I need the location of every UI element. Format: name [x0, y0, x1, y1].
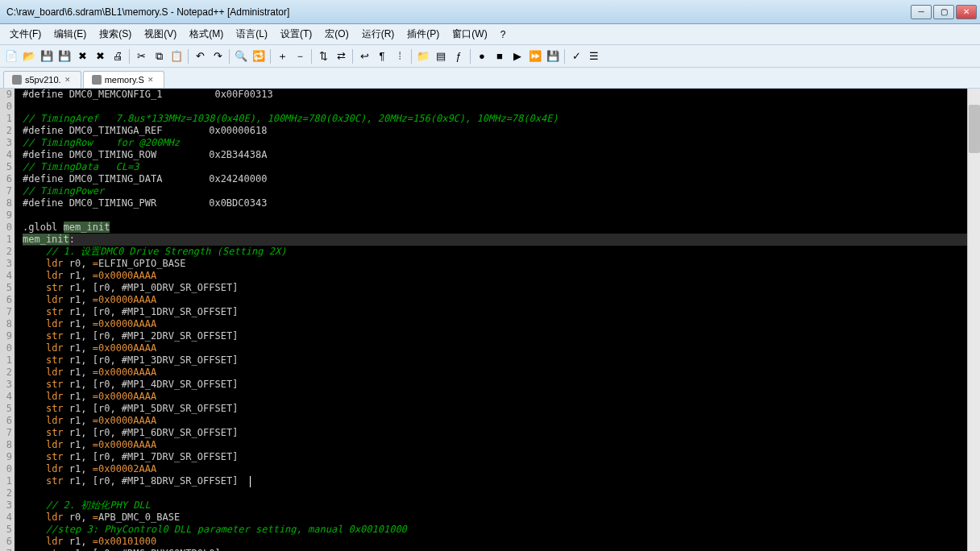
close-icon[interactable]: ✖ [74, 48, 90, 64]
sync-h-icon[interactable]: ⇄ [333, 48, 349, 64]
find-icon[interactable]: 🔍 [233, 48, 249, 64]
doc-map-icon[interactable]: ▤ [433, 48, 449, 64]
save-macro-icon[interactable]: 💾 [545, 48, 561, 64]
menu-run[interactable]: 运行(R) [355, 25, 401, 44]
play-icon[interactable]: ▶ [509, 48, 525, 64]
menu-language[interactable]: 语言(L) [230, 25, 274, 44]
toolbar-separator [311, 49, 312, 64]
stop-icon[interactable]: ■ [492, 48, 508, 64]
vertical-scrollbar[interactable] [967, 89, 980, 551]
copy-icon[interactable]: ⧉ [151, 48, 167, 64]
tab-label: s5pv210. [25, 75, 61, 85]
menu-edit[interactable]: 编辑(E) [48, 25, 93, 44]
menu-plugins[interactable]: 插件(P) [401, 25, 446, 44]
folder-icon[interactable]: 📁 [415, 48, 431, 64]
tab-s5pv210[interactable]: s5pv210. ✕ [3, 71, 81, 88]
new-file-icon[interactable]: 📄 [3, 48, 19, 64]
editor-area: 9 0 1 2 3 4 5 6 7 8 9 0 1 2 3 4 5 6 7 8 … [0, 89, 980, 551]
sync-v-icon[interactable]: ⇅ [315, 48, 331, 64]
menubar: 文件(F) 编辑(E) 搜索(S) 视图(V) 格式(M) 语言(L) 设置(T… [0, 24, 980, 45]
print-icon[interactable]: 🖨 [110, 48, 126, 64]
toolbar-separator [352, 49, 353, 64]
minimize-button[interactable]: ─ [911, 5, 932, 19]
close-button[interactable]: ✕ [956, 5, 977, 19]
file-icon [12, 75, 22, 85]
menu-format[interactable]: 格式(M) [183, 25, 230, 44]
toolbar-separator [564, 49, 565, 64]
tab-label: memory.S [105, 75, 144, 85]
zoom-out-icon[interactable]: － [292, 48, 308, 64]
redo-icon[interactable]: ↷ [210, 48, 226, 64]
menu-window[interactable]: 窗口(W) [446, 25, 493, 44]
toolbar-separator [470, 49, 471, 64]
show-all-icon[interactable]: ¶ [374, 48, 390, 64]
tabbar: s5pv210. ✕ memory.S ✕ [0, 68, 980, 89]
window-title: C:\raw_board\6.sdram\BL1\memory.S - Note… [3, 6, 911, 18]
play-multi-icon[interactable]: ⏩ [527, 48, 543, 64]
menu-help[interactable]: ? [494, 27, 513, 43]
record-icon[interactable]: ● [474, 48, 490, 64]
titlebar: C:\raw_board\6.sdram\BL1\memory.S - Note… [0, 0, 980, 24]
tab-close-icon[interactable]: ✕ [64, 76, 73, 84]
wrap-icon[interactable]: ↩ [356, 48, 372, 64]
paste-icon[interactable]: 📋 [168, 48, 185, 64]
doc-switcher-icon[interactable]: ☰ [586, 48, 602, 64]
replace-icon[interactable]: 🔁 [251, 48, 267, 64]
code-editor[interactable]: #define DMC0_MEMCONFIG_1 0x00F00313 // T… [15, 89, 980, 551]
tab-close-icon[interactable]: ✕ [147, 76, 156, 84]
toolbar-separator [188, 49, 189, 64]
menu-search[interactable]: 搜索(S) [93, 25, 138, 44]
zoom-in-icon[interactable]: ＋ [274, 48, 290, 64]
func-list-icon[interactable]: ƒ [451, 48, 467, 64]
menu-view[interactable]: 视图(V) [138, 25, 183, 44]
close-all-icon[interactable]: ✖ [92, 48, 108, 64]
menu-macro[interactable]: 宏(O) [318, 25, 355, 44]
toolbar-separator [229, 49, 230, 64]
toolbar: 📄📂💾💾✖✖🖨✂⧉📋↶↷🔍🔁＋－⇅⇄↩¶⦙📁▤ƒ●■▶⏩💾✓☰ [0, 45, 980, 68]
toolbar-separator [270, 49, 271, 64]
indent-guide-icon[interactable]: ⦙ [392, 48, 408, 64]
save-icon[interactable]: 💾 [39, 48, 55, 64]
file-icon [92, 75, 102, 85]
save-all-icon[interactable]: 💾 [56, 48, 73, 64]
maximize-button[interactable]: ▢ [933, 5, 954, 19]
tab-memory-s[interactable]: memory.S ✕ [83, 71, 164, 88]
spell-check-icon[interactable]: ✓ [568, 48, 584, 64]
undo-icon[interactable]: ↶ [192, 48, 208, 64]
menu-settings[interactable]: 设置(T) [274, 25, 318, 44]
window-controls: ─ ▢ ✕ [911, 5, 977, 19]
toolbar-separator [129, 49, 130, 64]
open-file-icon[interactable]: 📂 [21, 48, 37, 64]
scrollbar-thumb[interactable] [969, 105, 980, 153]
menu-file[interactable]: 文件(F) [3, 25, 48, 44]
line-number-gutter: 9 0 1 2 3 4 5 6 7 8 9 0 1 2 3 4 5 6 7 8 … [0, 89, 15, 551]
toolbar-separator [411, 49, 412, 64]
cut-icon[interactable]: ✂ [133, 48, 149, 64]
